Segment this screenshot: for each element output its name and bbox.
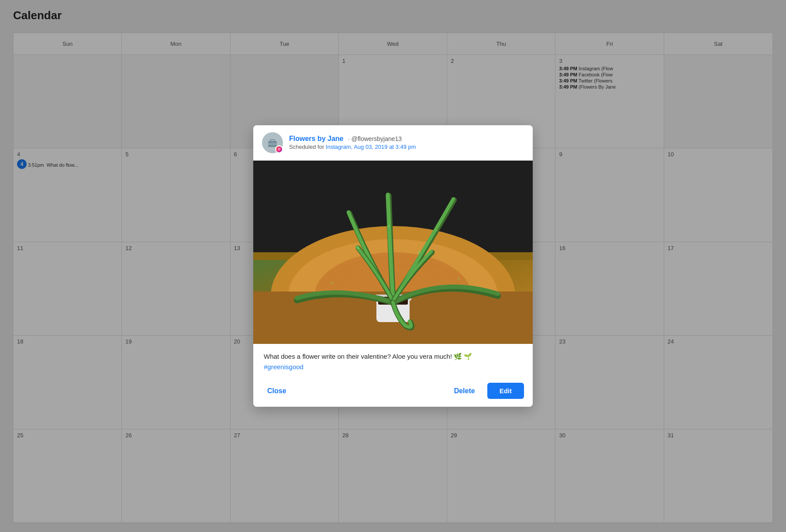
edit-button[interactable]: Edit <box>487 383 524 399</box>
svg-point-17 <box>357 247 359 249</box>
modal-header: Flowers by Jane · @flowersbyjane13 Sched… <box>253 125 533 161</box>
modal-overlay: Flowers by Jane · @flowersbyjane13 Sched… <box>0 0 786 532</box>
svg-rect-1 <box>270 140 275 142</box>
instagram-badge <box>275 145 283 153</box>
scheduled-link[interactable]: Instagram, Aug 03, 2019 at 3:49 pm <box>326 144 416 150</box>
scheduled-label: Scheduled for <box>289 144 324 150</box>
svg-point-18 <box>418 251 421 254</box>
modal-dialog: Flowers by Jane · @flowersbyjane13 Sched… <box>253 125 533 407</box>
modal-footer: Close Delete Edit <box>253 377 533 407</box>
avatar-wrap <box>262 132 283 153</box>
delete-button[interactable]: Delete <box>449 384 480 398</box>
svg-point-21 <box>331 282 333 284</box>
svg-rect-3 <box>277 147 281 151</box>
close-button[interactable]: Close <box>262 384 292 398</box>
svg-point-20 <box>436 230 438 231</box>
modal-account-line: Flowers by Jane · @flowersbyjane13 <box>289 135 524 143</box>
footer-right: Delete Edit <box>449 383 524 399</box>
modal-body: What does a flower write on their valent… <box>253 344 533 377</box>
modal-handle: · @flowersbyjane13 <box>348 135 402 142</box>
post-hashtag: #greenisgood <box>264 363 522 371</box>
svg-point-22 <box>458 278 459 279</box>
modal-scheduled: Scheduled for Instagram, Aug 03, 2019 at… <box>289 144 524 150</box>
modal-account-name: Flowers by Jane <box>289 135 344 142</box>
svg-point-19 <box>388 225 390 227</box>
post-image <box>253 161 533 344</box>
post-text: What does a flower write on their valent… <box>264 352 522 362</box>
modal-header-info: Flowers by Jane · @flowersbyjane13 Sched… <box>289 135 524 150</box>
svg-point-5 <box>280 148 280 148</box>
